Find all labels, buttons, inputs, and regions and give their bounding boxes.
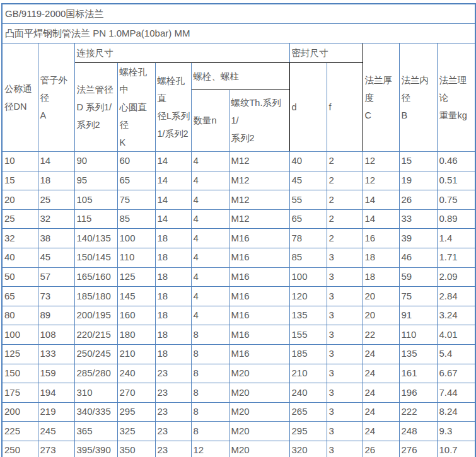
table-cell: M12 [229, 209, 289, 229]
table-cell: 3 [327, 325, 363, 345]
table-cell: M12 [229, 171, 289, 190]
table-body: 10149060144M1240212150.4615189565144M124… [2, 152, 475, 457]
table-cell: 38 [38, 229, 74, 248]
table-cell: 140/135 [74, 229, 117, 248]
group-header-bolt-stud: 螺栓、螺柱 [191, 63, 289, 90]
table-cell: 285/280 [74, 364, 117, 383]
col-header-inner-diameter-b: 法兰内径 B [399, 43, 437, 152]
table-cell: 2 [327, 190, 363, 210]
table-cell: 18 [155, 267, 191, 287]
table-cell: 3 [327, 422, 363, 441]
table-cell: 240 [117, 364, 155, 383]
table-cell: 310 [74, 383, 117, 403]
table-row: 6573185/180145184M16120320752.84 [2, 287, 475, 306]
table-cell: M20 [229, 422, 289, 441]
table-row: 3238140/135100184M1678216391.4 [2, 229, 475, 248]
table-cell: 18 [155, 325, 191, 345]
col-header-seal-d: d [289, 63, 327, 152]
table-cell: 2 [327, 209, 363, 229]
table-row: 4045150/145110184M1685318461.71 [2, 248, 475, 267]
table-cell: 2 [327, 152, 363, 171]
table-cell: 320 [289, 441, 327, 457]
table-cell: 18 [155, 287, 191, 306]
table-cell: 23 [155, 364, 191, 383]
table-row: 225245365325238M202953242489.3 [2, 422, 475, 441]
table-cell: 25 [38, 190, 74, 210]
table-row: 100108220/215180188M161553221104.01 [2, 325, 475, 345]
table-cell: 222 [399, 402, 437, 422]
table-cell: 245 [38, 422, 74, 441]
table-cell: 75 [117, 190, 155, 210]
table-cell: 2 [327, 171, 363, 190]
table-cell: 14 [155, 152, 191, 171]
table-cell: 0.89 [437, 209, 475, 229]
table-cell: 14 [363, 209, 399, 229]
table-cell: 19 [399, 171, 437, 190]
table-cell: M12 [229, 190, 289, 210]
col-header-pipe-od-a: 管子外径 A [38, 43, 74, 152]
table-row: 253211585144M1265214330.89 [2, 209, 475, 229]
table-cell: 100 [117, 229, 155, 248]
table-cell: 219 [38, 402, 74, 422]
table-cell: 115 [74, 209, 117, 229]
table-cell: 4 [191, 248, 229, 267]
table-cell: 8 [191, 402, 229, 422]
flange-spec-table: GB/9119-2000国标法兰 凸面平焊钢制管法兰 PN 1.0MPa(10b… [1, 3, 476, 457]
col-header-thickness-c: 法兰厚度 C [363, 43, 399, 152]
flange-spec-table-container: GB/9119-2000国标法兰 凸面平焊钢制管法兰 PN 1.0MPa(10b… [1, 3, 476, 457]
table-cell: 265 [289, 402, 327, 422]
table-cell: 273 [38, 441, 74, 457]
table-cell: 9.3 [437, 422, 475, 441]
table-cell: 0.75 [437, 190, 475, 210]
table-cell: 3 [327, 383, 363, 403]
table-cell: 24 [363, 364, 399, 383]
table-cell: 159 [38, 364, 74, 383]
table-cell: 100 [289, 267, 327, 287]
table-cell: 0.46 [437, 152, 475, 171]
table-cell: M16 [229, 325, 289, 345]
table-cell: 23 [155, 383, 191, 403]
table-cell: 73 [38, 287, 74, 306]
table-cell: 1.4 [437, 229, 475, 248]
table-cell: M20 [229, 402, 289, 422]
table-cell: 4 [191, 267, 229, 287]
table-cell: M16 [229, 267, 289, 287]
table-cell: 4 [191, 229, 229, 248]
table-cell: 18 [363, 248, 399, 267]
table-cell: 120 [289, 287, 327, 306]
table-cell: 4.01 [437, 325, 475, 345]
table-row: 5057165/160125184M16100318592.09 [2, 267, 475, 287]
table-cell: 45 [38, 248, 74, 267]
table-cell: M16 [229, 287, 289, 306]
table-cell: 18 [155, 306, 191, 325]
table-cell: 220/215 [74, 325, 117, 345]
table-cell: 4 [191, 171, 229, 190]
table-cell: 2.09 [437, 267, 475, 287]
table-cell: 161 [399, 364, 437, 383]
table-cell: 14 [155, 190, 191, 210]
table-cell: 108 [38, 325, 74, 345]
table-cell: 15 [399, 152, 437, 171]
table-cell: 3.24 [437, 306, 475, 325]
table-cell: 3 [327, 248, 363, 267]
table-cell: 110 [117, 248, 155, 267]
table-cell: 10.7 [437, 441, 475, 457]
table-cell: 14 [38, 152, 74, 171]
table-row: 200219340/335295238M202653242228.24 [2, 402, 475, 422]
subtitle-row: 凸面平焊钢制管法兰 PN 1.0MPa(10bar) MM [2, 24, 475, 43]
table-row: 10149060144M1240212150.46 [2, 152, 475, 171]
table-row: 250273395/3903502312M2032032627610.7 [2, 441, 475, 457]
table-row: 202510575144M1255214260.75 [2, 190, 475, 210]
table-cell: 3 [327, 402, 363, 422]
col-header-thread-th: 螺纹Th.系列1/ 系列2 [229, 90, 289, 151]
table-cell: 26 [399, 190, 437, 210]
table-cell: 26 [363, 441, 399, 457]
table-cell: 16 [363, 229, 399, 248]
table-cell: 185 [289, 344, 327, 364]
table-cell: 14 [155, 171, 191, 190]
table-cell: 200/195 [74, 306, 117, 325]
table-cell: 165/160 [74, 267, 117, 287]
table-cell: 20 [363, 306, 399, 325]
table-cell: 23 [155, 402, 191, 422]
table-cell: 5.4 [437, 344, 475, 364]
